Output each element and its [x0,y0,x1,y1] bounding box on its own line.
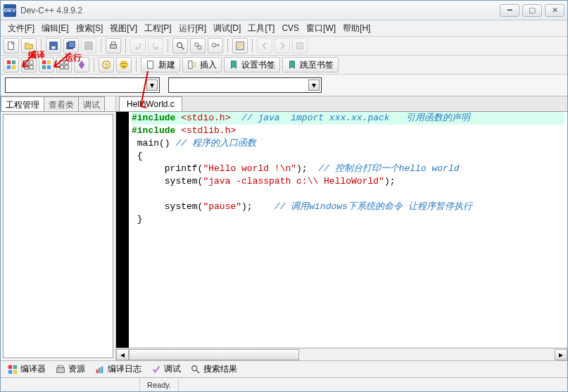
menu-cvs[interactable]: CVS [279,22,302,34]
svg-rect-22 [42,61,46,64]
svg-rect-44 [99,367,101,373]
svg-point-9 [195,43,198,46]
svg-rect-16 [7,65,11,69]
svg-rect-42 [58,365,63,367]
code-editor[interactable]: #include <stdio.h> // java import xxx.xx… [116,112,567,348]
tab-search-results[interactable]: 搜索结果 [188,362,240,377]
minimize-button[interactable]: ━ [500,4,519,17]
print-icon[interactable] [106,38,121,53]
class-combo[interactable]: ▾ [5,77,160,93]
menu-view[interactable]: 视图[V] [107,21,140,36]
svg-rect-28 [60,65,63,69]
app-icon: DEV [4,4,16,17]
svg-rect-14 [7,61,11,64]
menu-search[interactable]: 搜索[S] [73,21,106,36]
svg-rect-6 [111,44,117,48]
tab-project[interactable]: 工程管理 [1,96,44,111]
new-file-icon[interactable] [4,38,19,53]
svg-rect-5 [85,42,93,50]
svg-rect-26 [60,61,63,64]
svg-point-10 [198,46,201,49]
file-tab[interactable]: HelloWorld.c [119,96,182,111]
run-icon[interactable] [21,57,37,72]
svg-rect-21 [30,65,33,69]
insert-button[interactable]: 插入 [182,57,222,72]
left-tabs: 工程管理 查看类 调试 [1,96,115,112]
open-file-icon[interactable] [21,38,37,53]
compile-icon[interactable] [4,57,19,72]
close-button[interactable]: ✕ [545,4,564,17]
compiler-icon [8,365,18,374]
menu-run[interactable]: 运行[R] [176,21,209,36]
chevron-down-icon: ▾ [146,80,158,91]
menu-help[interactable]: 帮助[H] [340,21,373,36]
editor-gutter [116,112,129,348]
compile-run-icon[interactable] [39,57,54,72]
menu-file[interactable]: 文件[F] [5,21,37,36]
menu-debug[interactable]: 调试[D] [210,21,244,36]
svg-rect-25 [47,65,51,69]
window-title: Dev-C++ 4.9.9.2 [20,6,500,15]
editor-wrap: HelloWorld.c #include <stdio.h> // java … [116,96,567,360]
undo-icon [130,38,146,53]
function-combo[interactable]: ▾ [168,77,322,93]
new-button[interactable]: 新建 [141,57,180,72]
left-panel: 工程管理 查看类 调试 [1,96,116,360]
svg-rect-18 [25,61,28,64]
redo-icon [148,38,163,53]
bottom-tabs: 编译器 资源 编译日志 调试 搜索结果 [1,360,567,377]
save-icon[interactable] [46,38,61,53]
menu-project[interactable]: 工程[P] [141,21,175,36]
combo-row: ▾ ▾ [1,74,567,96]
svg-rect-41 [57,367,65,372]
tab-compiler[interactable]: 编译器 [5,362,49,377]
tab-classes[interactable]: 查看类 [44,96,79,111]
tab-resources[interactable]: 资源 [53,362,88,377]
svg-rect-13 [297,43,303,49]
svg-rect-27 [65,61,68,64]
svg-rect-29 [65,65,68,69]
svg-point-32 [120,61,128,69]
scroll-right-icon[interactable]: ▸ [555,349,567,360]
nav-list-icon [292,38,308,53]
menu-tools[interactable]: 工具[T] [245,21,277,36]
set-bookmark-button[interactable]: 设置书签 [224,57,280,72]
svg-point-8 [177,43,182,48]
main-area: 工程管理 查看类 调试 HelloWorld.c #include <stdio… [1,96,567,360]
tab-debug[interactable]: 调试 [78,96,105,111]
goto-line-icon[interactable] [232,38,248,53]
menubar: 文件[F] 编辑[E] 搜索[S] 视图[V] 工程[P] 运行[R] 调试[D… [1,20,567,36]
toolbar-1 [1,36,567,55]
svg-rect-40 [13,369,17,373]
horizontal-scrollbar[interactable]: ◂ ▸ [116,348,567,360]
svg-rect-7 [111,42,115,45]
scroll-thumb[interactable] [129,349,299,360]
nav-back-icon [257,38,272,53]
svg-rect-36 [189,61,192,69]
menu-window[interactable]: 窗口[W] [303,21,339,36]
code-area[interactable]: #include <stdio.h> // java import xxx.xx… [129,112,567,348]
menu-edit[interactable]: 编辑[E] [39,21,72,36]
maximize-button[interactable]: ▢ [522,4,542,17]
tab-bottom-debug[interactable]: 调试 [149,362,184,377]
find-next-icon[interactable] [208,38,223,53]
replace-icon[interactable] [190,38,206,53]
debug-check-icon [151,365,161,374]
svg-rect-20 [25,65,28,69]
help-icon[interactable]: ? [99,57,114,72]
svg-rect-2 [51,46,55,49]
tab-compile-log[interactable]: 编译日志 [92,362,144,377]
project-tree[interactable] [3,114,113,358]
search-icon [191,365,201,374]
toolbar-2: ? 新建 插入 设置书签 跳至书签 [1,55,567,74]
svg-text:?: ? [104,62,108,69]
svg-rect-4 [69,42,75,48]
scroll-left-icon[interactable]: ◂ [116,349,129,360]
find-icon[interactable] [172,38,188,53]
goto-bookmark-button[interactable]: 跳至书签 [282,57,339,72]
status-ready: Ready. [140,378,179,391]
about-icon[interactable] [116,57,132,72]
save-all-icon[interactable] [63,38,79,53]
rebuild-icon[interactable] [56,57,72,72]
debug-icon[interactable] [74,57,89,72]
